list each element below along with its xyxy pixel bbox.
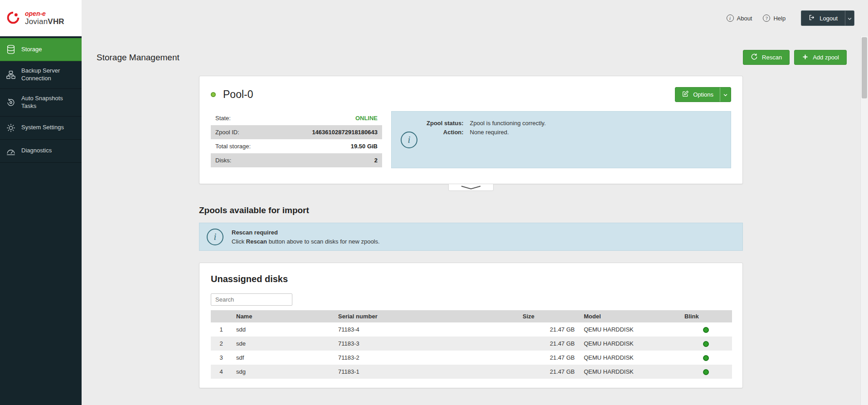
unassigned-disks-title: Unassigned disks bbox=[211, 274, 731, 284]
logout-group: Logout bbox=[801, 10, 854, 26]
disks-table: Name Serial number Size Model Blink 1 sd… bbox=[211, 310, 732, 379]
page-header: Storage Management Rescan Add zpool bbox=[82, 36, 860, 65]
pool-name: Pool-0 bbox=[223, 88, 253, 101]
expand-pool-details-button[interactable] bbox=[448, 184, 494, 191]
search-input[interactable] bbox=[211, 293, 292, 306]
disk-size: 21.47 GB bbox=[518, 322, 579, 337]
content-column: Pool-0 Options bbox=[199, 76, 743, 405]
help-link[interactable]: ? Help bbox=[763, 15, 786, 22]
pool-options-button[interactable]: Options bbox=[675, 88, 720, 102]
sidebar-item-system-settings[interactable]: System Settings bbox=[0, 117, 82, 140]
refresh-icon bbox=[751, 53, 758, 62]
disk-size: 21.47 GB bbox=[518, 337, 579, 351]
blink-indicator[interactable] bbox=[703, 341, 709, 347]
disk-name: sdf bbox=[232, 351, 334, 365]
alert-title: Rescan required bbox=[232, 229, 380, 236]
disk-row: 1 sdd 71183-4 21.47 GB QEMU HARDDISK bbox=[211, 322, 732, 337]
chevron-down-icon bbox=[723, 91, 727, 98]
disk-size: 21.47 GB bbox=[518, 365, 579, 379]
pool-header: Pool-0 Options bbox=[211, 87, 731, 102]
page-title: Storage Management bbox=[97, 53, 179, 63]
sidebar-item-label: Auto Snapshots Tasks bbox=[21, 95, 76, 110]
col-header-serial[interactable]: Serial number bbox=[334, 310, 518, 322]
disk-row: 3 sdf 71183-2 21.47 GB QEMU HARDDISK bbox=[211, 351, 732, 365]
stat-row-disks: Disks: 2 bbox=[211, 153, 382, 167]
alert-text: Click Rescan button above to scan disks … bbox=[232, 238, 380, 245]
about-label: About bbox=[737, 15, 752, 22]
sidebar-item-label: System Settings bbox=[21, 124, 64, 132]
pool-disks-value: 2 bbox=[374, 157, 378, 164]
chevron-down-icon bbox=[848, 15, 852, 22]
sidebar-item-label: Backup Server Connection bbox=[21, 67, 76, 83]
col-header-size[interactable]: Size bbox=[518, 310, 579, 322]
rescan-required-alert: i Rescan required Click Rescan button ab… bbox=[199, 223, 743, 251]
col-header-name[interactable]: Name bbox=[232, 310, 334, 322]
sidebar-nav: Storage Backup Server Connection bbox=[0, 36, 82, 163]
col-header-index bbox=[211, 310, 232, 322]
disk-serial: 71183-1 bbox=[334, 365, 518, 379]
blink-indicator[interactable] bbox=[703, 369, 709, 375]
header-actions: Rescan Add zpool bbox=[743, 50, 847, 65]
rescan-button[interactable]: Rescan bbox=[743, 50, 790, 65]
pool-zpool-id-value: 14636102872918180643 bbox=[312, 129, 378, 136]
disk-row: 4 sdg 71183-1 21.47 GB QEMU HARDDISK bbox=[211, 365, 732, 379]
logout-button[interactable]: Logout bbox=[801, 10, 845, 26]
plus-icon bbox=[802, 54, 809, 62]
col-header-model[interactable]: Model bbox=[579, 310, 680, 322]
info-icon: i bbox=[401, 132, 417, 148]
info-icon: i bbox=[727, 15, 734, 22]
logout-dropdown-toggle[interactable] bbox=[845, 10, 854, 26]
disk-model: QEMU HARDDISK bbox=[579, 351, 680, 365]
diagnostics-icon bbox=[5, 146, 16, 156]
options-label: Options bbox=[693, 91, 713, 98]
vertical-scrollbar[interactable] bbox=[860, 36, 868, 405]
pool-options-dropdown-toggle[interactable] bbox=[720, 88, 731, 102]
blink-indicator[interactable] bbox=[703, 355, 709, 361]
snapshots-icon bbox=[5, 97, 16, 108]
sidebar-item-storage[interactable]: Storage bbox=[0, 38, 82, 61]
gear-icon bbox=[5, 122, 16, 133]
add-zpool-button[interactable]: Add zpool bbox=[794, 50, 847, 65]
disk-serial: 71183-3 bbox=[334, 337, 518, 351]
backup-server-icon bbox=[5, 69, 16, 80]
pool-stats-table: State: ONLINE Zpool ID: 1463610287291818… bbox=[211, 111, 382, 168]
unassigned-disks-card: Unassigned disks Name Serial number Size… bbox=[199, 263, 743, 388]
pool-total-storage-value: 19.50 GiB bbox=[351, 143, 378, 150]
logout-label: Logout bbox=[820, 15, 838, 22]
about-link[interactable]: i About bbox=[727, 15, 752, 22]
scrollbar-thumb[interactable] bbox=[862, 37, 867, 98]
sidebar-item-diagnostics[interactable]: Diagnostics bbox=[0, 140, 82, 163]
sidebar-item-auto-snapshots-tasks[interactable]: Auto Snapshots Tasks bbox=[0, 89, 82, 117]
disk-row: 2 sde 71183-3 21.47 GB QEMU HARDDISK bbox=[211, 337, 732, 351]
chevron-down-icon bbox=[461, 184, 481, 191]
pool-state-value: ONLINE bbox=[355, 115, 378, 122]
sidebar: open-e JovianVHR Storage bbox=[0, 0, 82, 405]
pool-status-panel: i Zpool status: Zpool is functioning cor… bbox=[391, 111, 731, 168]
stat-row-state: State: ONLINE bbox=[211, 111, 382, 125]
disk-model: QEMU HARDDISK bbox=[579, 337, 680, 351]
main-content: Storage Management Rescan Add zpool bbox=[82, 36, 860, 405]
stat-row-zpool-id: Zpool ID: 14636102872918180643 bbox=[211, 125, 382, 139]
sidebar-item-label: Diagnostics bbox=[21, 147, 52, 155]
zpool-status-value: Zpool is functioning correctly. bbox=[470, 120, 546, 127]
app-logo: open-e JovianVHR bbox=[0, 0, 82, 36]
disk-name: sdd bbox=[232, 322, 334, 337]
disk-name: sdg bbox=[232, 365, 334, 379]
info-icon: i bbox=[207, 229, 223, 245]
pool-card: Pool-0 Options bbox=[199, 76, 743, 184]
disk-model: QEMU HARDDISK bbox=[579, 322, 680, 337]
blink-indicator[interactable] bbox=[703, 327, 709, 333]
brand-swirl-icon bbox=[5, 10, 21, 27]
disks-table-header: Name Serial number Size Model Blink bbox=[211, 310, 732, 322]
disk-serial: 71183-4 bbox=[334, 322, 518, 337]
pool-options-button-group: Options bbox=[675, 87, 731, 102]
help-label: Help bbox=[773, 15, 786, 22]
brand-product: JovianVHR bbox=[25, 17, 64, 26]
col-header-blink: Blink bbox=[680, 310, 732, 322]
import-section-title: Zpools available for import bbox=[199, 205, 743, 215]
sidebar-item-backup-server-connection[interactable]: Backup Server Connection bbox=[0, 61, 82, 89]
disk-serial: 71183-2 bbox=[334, 351, 518, 365]
disk-model: QEMU HARDDISK bbox=[579, 365, 680, 379]
storage-icon bbox=[5, 44, 16, 55]
add-zpool-label: Add zpool bbox=[813, 54, 839, 61]
